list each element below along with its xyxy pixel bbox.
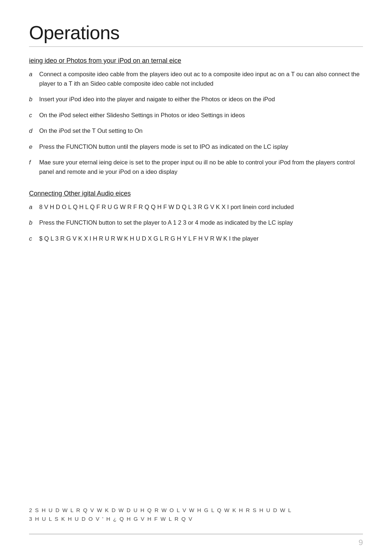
list-content: Insert your iPod ideo into the player an… [39,95,363,104]
footer-line2: 3 H U L S K H U D O V ' H ¿ Q H G V H F … [29,515,363,523]
list-item: e Press the FUNCTION button until the pl… [29,142,363,152]
list-item: b Press the FUNCTION button to set the p… [29,218,363,228]
title-divider [29,46,363,47]
list-label: e [29,142,39,152]
list-item: a 8 V H D O L Q H L Q F R U G W R F R Q … [29,203,363,212]
list-label: f [29,158,39,176]
list-content: Press the FUNCTION button to set the pla… [39,218,363,228]
list-content: On the iPod set the T Out setting to On [39,126,363,136]
list-item: c $ Q L 3 R G V K X I H R U R W K H U D … [29,234,363,244]
list-label: c [29,111,39,120]
list-item: d On the iPod set the T Out setting to O… [29,126,363,136]
section2-list: a 8 V H D O L Q H L Q F R U G W R F R Q … [29,203,363,244]
section1-list: a Connect a composite ideo cable from th… [29,70,363,177]
page-title: Operations [29,22,363,44]
section1-heading: ieing ideo or Photos from your iPod on a… [29,57,363,65]
footer-text: 2 S H U D W L R Q V W K D W D U H Q R W … [29,506,363,523]
list-label: d [29,126,39,136]
list-label: a [29,203,39,212]
list-content: Connect a composite ideo cable from the … [39,70,363,88]
list-item: a Connect a composite ideo cable from th… [29,70,363,88]
list-item: b Insert your iPod ideo into the player … [29,95,363,104]
list-label: c [29,234,39,244]
section-viewing-video: ieing ideo or Photos from your iPod on a… [29,57,363,177]
section-connecting-digital: Connecting Other igital Audio eices a 8 … [29,190,363,244]
page-number: 9 [359,538,363,547]
footer-divider [29,534,363,534]
list-item: c On the iPod select either Slidesho Set… [29,111,363,120]
list-item: f Mae sure your eternal ieing deice is s… [29,158,363,176]
list-content: Mae sure your eternal ieing deice is set… [39,158,363,176]
list-label: b [29,95,39,104]
footer-line1: 2 S H U D W L R Q V W K D W D U H Q R W … [29,506,363,515]
list-content: $ Q L 3 R G V K X I H R U R W K H U D X … [39,234,363,244]
list-content: On the iPod select either Slidesho Setti… [39,111,363,120]
list-content: 8 V H D O L Q H L Q F R U G W R F R Q Q … [39,203,363,212]
list-label: a [29,70,39,88]
list-content: Press the FUNCTION button until the play… [39,142,363,152]
list-label: b [29,218,39,228]
section2-heading: Connecting Other igital Audio eices [29,190,363,197]
